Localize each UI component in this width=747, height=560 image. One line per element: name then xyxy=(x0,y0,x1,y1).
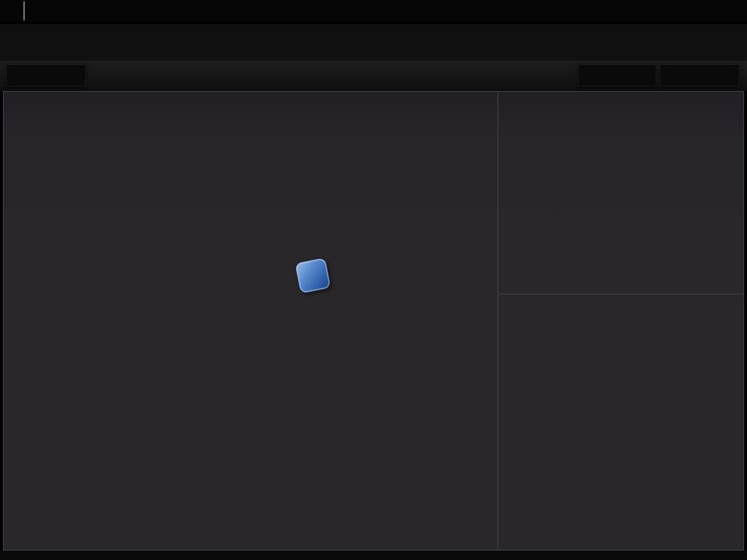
bios-screen: { "header": { "brand": "GIGABYTE", "bran… xyxy=(0,0,747,560)
qflash-button[interactable] xyxy=(659,64,740,87)
toolbar xyxy=(0,61,747,91)
tab-bar xyxy=(0,24,747,61)
header-divider xyxy=(23,1,25,20)
item-help-text xyxy=(498,92,743,294)
help-panel xyxy=(498,92,743,550)
main-panel xyxy=(3,91,744,551)
bottom-strip xyxy=(0,551,747,560)
settings-list xyxy=(4,92,498,550)
hotkey-legend xyxy=(498,295,743,322)
title-bar xyxy=(0,0,747,22)
language-button[interactable] xyxy=(578,64,657,87)
back-button[interactable] xyxy=(6,64,86,87)
